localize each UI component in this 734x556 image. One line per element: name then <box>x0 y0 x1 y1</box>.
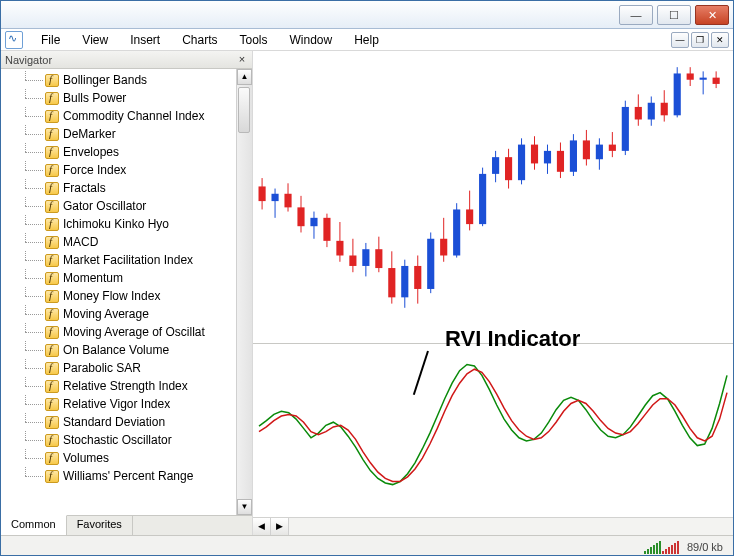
indicator-item[interactable]: Force Index <box>13 161 252 179</box>
indicator-item[interactable]: On Balance Volume <box>13 341 252 359</box>
indicator-item[interactable]: Market Facilitation Index <box>13 251 252 269</box>
svg-rect-7 <box>297 207 304 226</box>
menu-charts[interactable]: Charts <box>172 31 227 49</box>
chart-tab-next-button[interactable]: ▶ <box>271 518 289 535</box>
svg-rect-33 <box>466 209 473 224</box>
connection-bars-icon <box>644 540 679 554</box>
mdi-controls: — ❐ ✕ <box>671 32 733 48</box>
navigator-titlebar: Navigator × <box>1 51 252 69</box>
indicator-item[interactable]: Relative Vigor Index <box>13 395 252 413</box>
menu-window[interactable]: Window <box>280 31 343 49</box>
function-icon <box>45 434 59 447</box>
function-icon <box>45 74 59 87</box>
indicator-item[interactable]: Bulls Power <box>13 89 252 107</box>
window-titlebar: — ☐ ✕ <box>1 1 733 29</box>
indicator-item[interactable]: DeMarker <box>13 125 252 143</box>
svg-rect-5 <box>284 194 291 208</box>
function-icon <box>45 362 59 375</box>
scroll-down-button[interactable]: ▼ <box>237 499 252 515</box>
indicator-label: Money Flow Index <box>63 289 160 303</box>
indicator-label: Gator Oscillator <box>63 199 146 213</box>
indicator-item[interactable]: Money Flow Index <box>13 287 252 305</box>
tab-common[interactable]: Common <box>1 515 67 535</box>
navigator-tree: Bollinger BandsBulls PowerCommodity Chan… <box>1 69 252 515</box>
svg-rect-1 <box>259 186 266 201</box>
indicator-item[interactable]: Parabolic SAR <box>13 359 252 377</box>
window-maximize-button[interactable]: ☐ <box>657 5 691 25</box>
indicator-item[interactable]: Commodity Channel Index <box>13 107 252 125</box>
menu-file[interactable]: File <box>31 31 70 49</box>
indicator-item[interactable]: Moving Average <box>13 305 252 323</box>
chart-tab-prev-button[interactable]: ◀ <box>253 518 271 535</box>
indicator-label: Bollinger Bands <box>63 73 147 87</box>
svg-rect-71 <box>713 78 720 84</box>
indicator-item[interactable]: Envelopes <box>13 143 252 161</box>
svg-rect-17 <box>362 249 369 266</box>
indicator-label: Momentum <box>63 271 123 285</box>
mdi-close-button[interactable]: ✕ <box>711 32 729 48</box>
rvi-indicator-chart[interactable] <box>253 344 733 516</box>
mdi-restore-button[interactable]: ❐ <box>691 32 709 48</box>
svg-rect-25 <box>414 266 421 289</box>
indicator-label: Parabolic SAR <box>63 361 141 375</box>
navigator-scrollbar[interactable]: ▲ ▼ <box>236 69 252 515</box>
svg-rect-63 <box>661 103 668 116</box>
svg-rect-35 <box>479 174 486 224</box>
price-chart[interactable] <box>253 51 733 343</box>
function-icon <box>45 308 59 321</box>
function-icon <box>45 110 59 123</box>
function-icon <box>45 470 59 483</box>
window-close-button[interactable]: ✕ <box>695 5 729 25</box>
chart-tab-strip: ◀ ▶ <box>253 517 733 535</box>
function-icon <box>45 164 59 177</box>
svg-rect-39 <box>505 157 512 180</box>
indicator-item[interactable]: Williams' Percent Range <box>13 467 252 485</box>
mdi-minimize-button[interactable]: — <box>671 32 689 48</box>
menu-insert[interactable]: Insert <box>120 31 170 49</box>
scroll-up-button[interactable]: ▲ <box>237 69 252 85</box>
indicator-item[interactable]: Stochastic Oscillator <box>13 431 252 449</box>
indicator-item[interactable]: Relative Strength Index <box>13 377 252 395</box>
function-icon <box>45 236 59 249</box>
indicator-item[interactable]: Standard Deviation <box>13 413 252 431</box>
navigator-tabs: Common Favorites <box>1 515 252 535</box>
indicator-item[interactable]: Volumes <box>13 449 252 467</box>
svg-rect-27 <box>427 239 434 289</box>
indicator-item[interactable]: MACD <box>13 233 252 251</box>
function-icon <box>45 200 59 213</box>
menu-view[interactable]: View <box>72 31 118 49</box>
function-icon <box>45 182 59 195</box>
scroll-thumb[interactable] <box>238 87 250 133</box>
indicator-item[interactable]: Moving Average of Oscillat <box>13 323 252 341</box>
svg-rect-3 <box>271 194 278 201</box>
indicator-item[interactable]: Momentum <box>13 269 252 287</box>
svg-rect-51 <box>583 140 590 159</box>
app-icon <box>5 31 23 49</box>
indicator-label: Relative Strength Index <box>63 379 188 393</box>
svg-rect-59 <box>635 107 642 120</box>
svg-rect-9 <box>310 218 317 226</box>
menu-tools[interactable]: Tools <box>230 31 278 49</box>
menu-help[interactable]: Help <box>344 31 389 49</box>
window-minimize-button[interactable]: — <box>619 5 653 25</box>
svg-rect-55 <box>609 145 616 151</box>
indicator-label: Volumes <box>63 451 109 465</box>
indicator-label: MACD <box>63 235 98 249</box>
indicator-label: Relative Vigor Index <box>63 397 170 411</box>
indicator-item[interactable]: Fractals <box>13 179 252 197</box>
svg-rect-37 <box>492 157 499 174</box>
function-icon <box>45 416 59 429</box>
svg-rect-69 <box>700 78 707 80</box>
indicator-label: Bulls Power <box>63 91 126 105</box>
indicator-item[interactable]: Ichimoku Kinko Hyo <box>13 215 252 233</box>
svg-rect-13 <box>336 241 343 256</box>
tab-favorites[interactable]: Favorites <box>67 516 133 535</box>
indicator-item[interactable]: Bollinger Bands <box>13 71 252 89</box>
chart-area[interactable]: RVI Indicator ◀ ▶ <box>253 51 733 535</box>
navigator-close-button[interactable]: × <box>236 54 248 66</box>
menubar: File View Insert Charts Tools Window Hel… <box>1 29 733 51</box>
indicator-item[interactable]: Gator Oscillator <box>13 197 252 215</box>
function-icon <box>45 290 59 303</box>
indicator-label: Envelopes <box>63 145 119 159</box>
indicator-label: Williams' Percent Range <box>63 469 193 483</box>
